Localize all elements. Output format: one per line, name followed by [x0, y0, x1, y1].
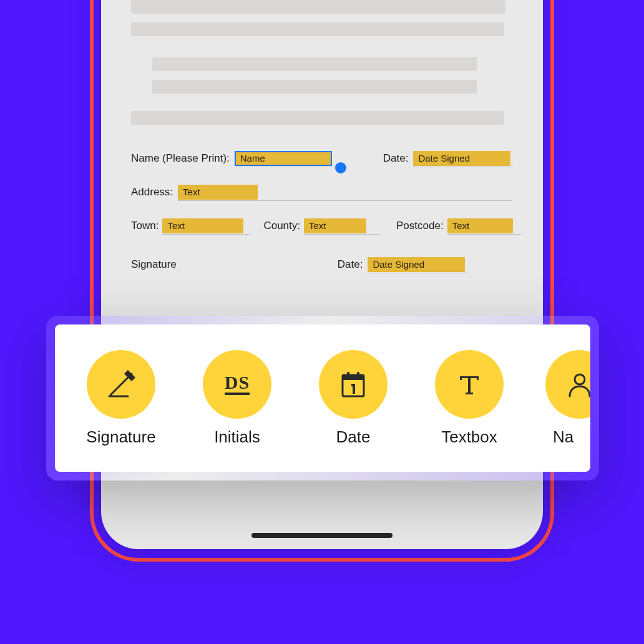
svg-point-4	[575, 374, 585, 384]
initials-icon: DS	[203, 350, 271, 419]
label-county: County:	[263, 220, 300, 235]
tool-initials[interactable]: DS Initials	[181, 350, 293, 447]
placeholder-line	[131, 111, 504, 125]
field-town[interactable]: Text	[162, 218, 243, 233]
text-icon	[435, 350, 504, 419]
tool-textbox[interactable]: Textbox	[413, 350, 525, 447]
form-area: Name (Please Print): Name Date: Date Sig…	[115, 150, 529, 273]
person-icon	[545, 350, 590, 419]
tool-label: Na	[553, 427, 573, 447]
label-name: Name (Please Print):	[131, 152, 230, 167]
field-date2[interactable]: Date Signed	[368, 257, 465, 272]
home-indicator	[251, 533, 393, 538]
field-address[interactable]: Text	[178, 185, 258, 200]
label-address: Address:	[131, 186, 173, 201]
row-town-county-postcode: Town: Text County: Text Postcode: Text	[115, 217, 529, 235]
tool-label: Textbox	[441, 427, 497, 447]
placeholder-line	[131, 0, 505, 14]
field-name[interactable]: Name	[235, 151, 332, 166]
field-postcode[interactable]: Text	[447, 218, 513, 233]
field-county[interactable]: Text	[304, 218, 366, 233]
tool-label: Date	[336, 427, 371, 447]
label-town: Town:	[131, 220, 159, 235]
label-date: Date:	[383, 152, 409, 167]
pen-icon	[87, 350, 155, 419]
label-date2: Date:	[338, 258, 363, 273]
placeholder-line	[152, 57, 477, 71]
tool-signature[interactable]: Signature	[65, 350, 177, 447]
tool-name[interactable]: Na	[534, 350, 590, 447]
row-name-date: Name (Please Print): Name Date: Date Sig…	[115, 150, 529, 167]
label-postcode: Postcode:	[396, 220, 444, 235]
placeholder-line	[152, 80, 477, 94]
field-date[interactable]: Date Signed	[413, 151, 510, 166]
calendar-icon	[319, 350, 388, 419]
placeholder-line	[131, 22, 504, 36]
tool-date[interactable]: Date	[297, 350, 409, 447]
document-canvas: Name (Please Print): Name Date: Date Sig…	[115, 0, 529, 290]
field-toolbar[interactable]: Signature DS Initials	[55, 324, 590, 472]
svg-rect-3	[357, 372, 359, 378]
svg-rect-1	[343, 375, 364, 380]
tool-label: Signature	[86, 427, 155, 447]
stage: Name (Please Print): Name Date: Date Sig…	[0, 0, 644, 644]
row-address: Address: Text	[115, 183, 529, 201]
row-signature-date: Signature Date: Date Signed	[115, 256, 529, 273]
label-signature: Signature	[131, 258, 177, 273]
selection-handle[interactable]	[335, 162, 346, 173]
tool-label: Initials	[214, 427, 260, 447]
svg-rect-2	[347, 372, 349, 378]
field-toolbar-panel: Signature DS Initials	[46, 316, 599, 481]
